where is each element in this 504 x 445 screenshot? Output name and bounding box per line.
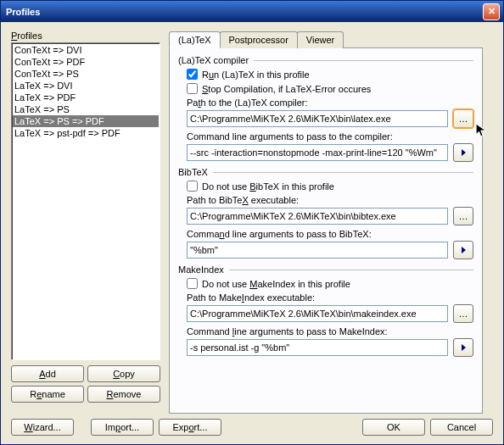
- tab-latex[interactable]: (La)TeX: [169, 31, 221, 48]
- list-item[interactable]: LaTeX => PDF: [13, 92, 159, 103]
- latex-path-label: Path to the (La)TeX compiler:: [187, 97, 307, 108]
- latex-path-browse-button[interactable]: …: [453, 109, 473, 128]
- ellipsis-icon: …: [459, 211, 468, 221]
- makeindex-path-input[interactable]: [187, 305, 448, 322]
- skip-makeindex-checkbox[interactable]: [187, 278, 198, 289]
- titlebar: Profiles ✕: [1, 1, 503, 22]
- wizard-button[interactable]: Wizard...: [11, 419, 74, 436]
- list-item[interactable]: LaTeX => PS => PDF: [13, 115, 159, 127]
- makeindex-args-menu-button[interactable]: [453, 338, 473, 357]
- latex-group-header: (La)TeX compiler: [178, 55, 249, 65]
- run-latex-checkbox[interactable]: [187, 69, 198, 80]
- add-button[interactable]: Add: [11, 365, 84, 382]
- profiles-listbox[interactable]: ConTeXt => DVIConTeXt => PDFConTeXt => P…: [11, 42, 160, 360]
- list-item[interactable]: ConTeXt => PDF: [13, 56, 159, 68]
- list-item[interactable]: LaTeX => pst-pdf => PDF: [13, 127, 159, 139]
- bibtex-path-label: Path to BibTeX executable:: [187, 195, 299, 205]
- bibtex-path-browse-button[interactable]: …: [453, 207, 473, 225]
- arrow-right-icon: [462, 344, 466, 351]
- skip-bibtex-label[interactable]: Do not use BibTeX in this profile: [202, 181, 334, 192]
- skip-bibtex-checkbox[interactable]: [187, 181, 198, 192]
- latex-args-label: Command line arguments to pass to the co…: [187, 131, 393, 142]
- close-icon: ✕: [488, 6, 496, 17]
- export-button[interactable]: Export...: [159, 419, 221, 436]
- cancel-button[interactable]: Cancel: [430, 419, 493, 436]
- ok-button[interactable]: OK: [362, 419, 425, 436]
- window-title: Profiles: [6, 7, 483, 17]
- bibtex-path-input[interactable]: [187, 208, 448, 225]
- close-button[interactable]: ✕: [483, 3, 500, 20]
- tab-viewer[interactable]: Viewer: [297, 31, 344, 48]
- tab-postprocessor[interactable]: Postprocessor: [220, 31, 298, 48]
- makeindex-group-header: MakeIndex: [178, 264, 224, 275]
- bibtex-group-header: BibTeX: [178, 167, 208, 177]
- makeindex-args-label: Command line arguments to pass to MakeIn…: [187, 326, 388, 337]
- bibtex-args-menu-button[interactable]: [453, 241, 473, 259]
- list-item[interactable]: ConTeXt => PS: [13, 68, 159, 80]
- bibtex-args-input[interactable]: [187, 242, 448, 259]
- run-latex-label[interactable]: Run (La)TeX in this profile: [202, 70, 310, 80]
- list-item[interactable]: ConTeXt => DVI: [13, 44, 159, 56]
- latex-path-input[interactable]: [187, 110, 448, 127]
- arrow-right-icon: [462, 247, 466, 253]
- stop-on-error-label[interactable]: Stop Compilation, if LaTeX-Error occures: [202, 84, 371, 94]
- list-item[interactable]: LaTeX => DVI: [13, 80, 159, 92]
- ellipsis-icon: …: [459, 114, 468, 124]
- skip-makeindex-label[interactable]: Do not use MakeIndex in this profile: [202, 279, 350, 289]
- profiles-label: rofiles: [17, 31, 42, 41]
- list-item[interactable]: LaTeX => PS: [13, 103, 159, 115]
- bibtex-args-label: Command line arguments to pass to BibTeX…: [187, 229, 372, 239]
- arrow-right-icon: [462, 149, 466, 156]
- makeindex-path-browse-button[interactable]: …: [453, 304, 473, 323]
- tab-page-latex: (La)TeX compiler Run (La)TeX in this pro…: [169, 47, 483, 414]
- ellipsis-icon: …: [459, 309, 468, 319]
- remove-button[interactable]: Remove: [87, 386, 160, 403]
- stop-on-error-checkbox[interactable]: [187, 83, 198, 94]
- makeindex-path-label: Path to MakeIndex executable:: [187, 292, 315, 303]
- makeindex-args-input[interactable]: [187, 339, 448, 356]
- rename-button[interactable]: Rename: [11, 386, 84, 403]
- latex-args-input[interactable]: [187, 144, 448, 161]
- import-button[interactable]: Import...: [91, 419, 154, 436]
- latex-args-menu-button[interactable]: [453, 143, 473, 162]
- copy-button[interactable]: Copy: [87, 365, 160, 382]
